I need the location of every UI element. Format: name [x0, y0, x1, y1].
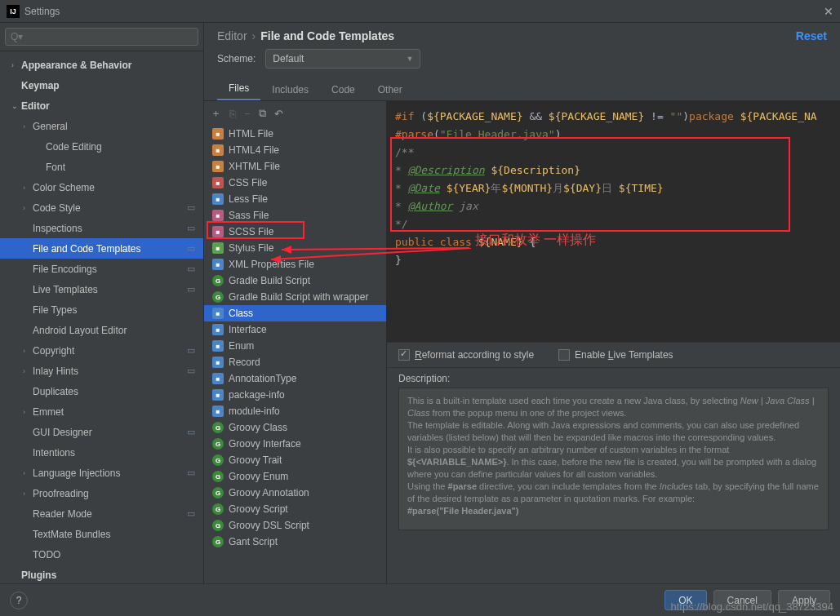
help-button[interactable]: ?: [10, 592, 28, 609]
template-item[interactable]: GGradle Build Script: [204, 273, 386, 289]
template-item[interactable]: ■Interface: [204, 321, 386, 338]
tab-files[interactable]: Files: [217, 78, 260, 100]
remove-icon[interactable]: −: [244, 108, 251, 120]
tab-includes[interactable]: Includes: [260, 79, 320, 100]
template-item[interactable]: ■Record: [204, 354, 386, 370]
settings-item-emmet[interactable]: ›Emmet: [0, 401, 203, 422]
template-item[interactable]: ■XML Properties File: [204, 256, 386, 273]
settings-item-duplicates[interactable]: Duplicates: [0, 381, 203, 401]
file-icon: G: [212, 422, 224, 433]
settings-item-file-and-code-templates[interactable]: File and Code Templates▭: [0, 238, 203, 259]
chevron-icon: ›: [23, 184, 33, 192]
file-icon: G: [212, 487, 224, 499]
code-editor[interactable]: #if (${PACKAGE_NAME} && ${PACKAGE_NAME} …: [387, 101, 840, 342]
settings-item-appearance-behavior[interactable]: ›Appearance & Behavior: [0, 55, 203, 75]
settings-item-color-scheme[interactable]: ›Color Scheme: [0, 177, 203, 197]
settings-item-language-injections[interactable]: ›Language Injections▭: [0, 463, 203, 483]
tab-other[interactable]: Other: [367, 79, 414, 100]
file-icon: ■: [212, 340, 224, 352]
add-template-icon[interactable]: ＋: [211, 106, 221, 121]
template-item[interactable]: ■Class: [204, 305, 386, 321]
template-item[interactable]: GGroovy Trait: [204, 452, 386, 468]
settings-item-general[interactable]: ›General: [0, 116, 203, 136]
settings-item-code-editing[interactable]: Code Editing: [0, 136, 203, 157]
template-item[interactable]: ■Enum: [204, 338, 386, 354]
chevron-icon: ⌄: [11, 102, 21, 110]
file-icon: G: [212, 503, 224, 515]
template-item[interactable]: GGroovy Class: [204, 419, 386, 436]
template-list[interactable]: ■HTML File■HTML4 File■XHTML File■CSS Fil…: [204, 126, 386, 591]
template-item[interactable]: GGroovy DSL Script: [204, 517, 386, 534]
add-file-icon[interactable]: ⎘: [229, 108, 236, 120]
list-toolbar: ＋ ⎘ − ⧉ ↶: [204, 101, 386, 126]
titlebar: IJ Settings ✕: [0, 0, 840, 23]
settings-item-gui-designer[interactable]: GUI Designer▭: [0, 422, 203, 442]
settings-item-textmate-bundles[interactable]: TextMate Bundles: [0, 524, 203, 544]
main-panel: Editor › File and Code Templates Reset S…: [204, 23, 840, 591]
settings-item-code-style[interactable]: ›Code Style▭: [0, 197, 203, 218]
template-item[interactable]: ■HTML4 File: [204, 142, 386, 158]
reset-link[interactable]: Reset: [796, 29, 827, 42]
template-item[interactable]: ■HTML File: [204, 126, 386, 142]
chevron-icon: ›: [23, 122, 33, 131]
template-item[interactable]: ■package-info: [204, 387, 386, 403]
live-templates-checkbox[interactable]: Enable Live Templates: [558, 349, 673, 361]
template-item[interactable]: GGroovy Annotation: [204, 485, 386, 501]
breadcrumb-current: File and Code Templates: [260, 29, 394, 42]
scope-icon: ▭: [187, 508, 195, 519]
scope-icon: ▭: [187, 264, 195, 274]
settings-item-android-layout-editor[interactable]: Android Layout Editor: [0, 320, 203, 340]
settings-item-todo[interactable]: TODO: [0, 544, 203, 565]
scheme-select[interactable]: Default ▼: [265, 49, 420, 69]
tab-code[interactable]: Code: [320, 79, 367, 100]
settings-item-intentions[interactable]: Intentions: [0, 442, 203, 463]
template-item[interactable]: GGant Script: [204, 534, 386, 550]
settings-item-file-types[interactable]: File Types: [0, 299, 203, 320]
template-item[interactable]: GGradle Build Script with wrapper: [204, 289, 386, 305]
settings-item-proofreading[interactable]: ›Proofreading: [0, 483, 203, 503]
scope-icon: ▭: [187, 202, 195, 213]
template-item[interactable]: ■Less File: [204, 191, 386, 207]
editor-panel: #if (${PACKAGE_NAME} && ${PACKAGE_NAME} …: [387, 101, 840, 591]
checkbox-icon: [398, 349, 410, 361]
search-input[interactable]: [5, 28, 198, 46]
scope-icon: ▭: [187, 345, 195, 356]
template-item[interactable]: ■AnnotationType: [204, 370, 386, 387]
template-item[interactable]: GGroovy Script: [204, 501, 386, 517]
window-title: Settings: [24, 6, 824, 17]
settings-tree[interactable]: ›Appearance & BehaviorKeymap⌄Editor›Gene…: [0, 51, 203, 591]
settings-item-plugins[interactable]: Plugins: [0, 565, 203, 585]
settings-item-reader-mode[interactable]: Reader Mode▭: [0, 503, 203, 524]
template-list-panel: ＋ ⎘ − ⧉ ↶ ■HTML File■HTML4 File■XHTML Fi…: [204, 101, 387, 591]
checkbox-row: Reformat according to style Enable Live …: [387, 342, 840, 367]
app-icon: IJ: [7, 5, 20, 18]
scope-icon: ▭: [187, 468, 195, 478]
chevron-icon: ›: [23, 367, 33, 375]
breadcrumb-editor[interactable]: Editor: [217, 29, 247, 42]
scheme-value: Default: [273, 53, 304, 64]
template-item[interactable]: GGroovy Enum: [204, 468, 386, 485]
settings-item-keymap[interactable]: Keymap: [0, 75, 203, 95]
copy-icon[interactable]: ⧉: [259, 107, 266, 120]
settings-item-font[interactable]: Font: [0, 157, 203, 177]
settings-item-file-encodings[interactable]: File Encodings▭: [0, 259, 203, 279]
settings-item-live-templates[interactable]: Live Templates▭: [0, 279, 203, 299]
revert-icon[interactable]: ↶: [274, 108, 283, 120]
template-item[interactable]: ■Stylus File: [204, 240, 386, 256]
settings-item-editor[interactable]: ⌄Editor: [0, 95, 203, 116]
template-item[interactable]: ■module-info: [204, 403, 386, 419]
settings-item-copyright[interactable]: ›Copyright▭: [0, 340, 203, 361]
file-icon: G: [212, 520, 224, 531]
file-icon: G: [212, 454, 224, 466]
file-icon: G: [212, 438, 224, 450]
settings-item-inspections[interactable]: Inspections▭: [0, 218, 203, 238]
file-icon: ■: [212, 308, 224, 319]
template-item[interactable]: ■CSS File: [204, 175, 386, 191]
template-item[interactable]: ■XHTML File: [204, 158, 386, 175]
file-icon: ■: [212, 210, 224, 221]
annotation-text: 接口和枚举 一样操作: [475, 232, 596, 249]
settings-item-inlay-hints[interactable]: ›Inlay Hints▭: [0, 361, 203, 381]
reformat-checkbox[interactable]: Reformat according to style: [398, 349, 534, 361]
close-icon[interactable]: ✕: [824, 5, 833, 18]
template-item[interactable]: GGroovy Interface: [204, 436, 386, 452]
